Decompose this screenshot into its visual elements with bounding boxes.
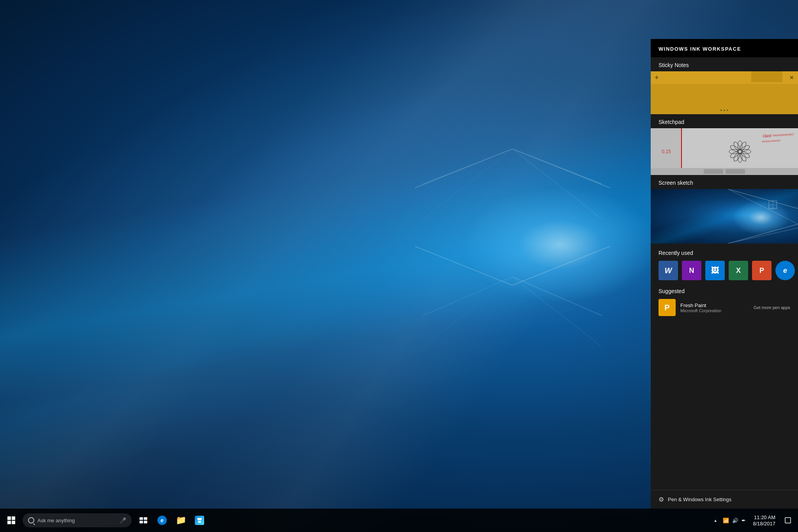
flower-drawing xyxy=(724,136,756,167)
pen-settings-label: Pen & Windows Ink Settings xyxy=(668,497,731,502)
svg-point-21 xyxy=(729,150,740,159)
clock-time: 11:20 AM xyxy=(754,514,775,520)
network-icon[interactable]: 📶 xyxy=(723,518,729,523)
screen-sketch-bg-lines xyxy=(651,189,798,244)
svg-rect-34 xyxy=(139,517,143,520)
ink-workspace-panel: WINDOWS INK WORKSPACE Sticky Notes + ✕ S… xyxy=(651,39,798,509)
pen-settings-row[interactable]: ⚙ Pen & Windows Ink Settings xyxy=(651,490,798,509)
win-logo-cell-tl xyxy=(7,516,11,520)
svg-rect-38 xyxy=(198,521,201,523)
suggested-app-company: Microsoft Corporation xyxy=(680,308,749,313)
show-hidden-icons-button[interactable]: ▲ xyxy=(711,509,720,532)
svg-line-7 xyxy=(423,149,512,219)
store-icon xyxy=(195,516,204,525)
app-word-button[interactable]: W xyxy=(659,261,678,280)
win-logo-cell-tr xyxy=(12,516,15,520)
app-edge-button[interactable]: e xyxy=(775,261,795,280)
svg-point-18 xyxy=(739,152,747,162)
sticky-close-icon: ✕ xyxy=(789,74,794,81)
app-powerpoint-button[interactable]: P xyxy=(752,261,772,280)
recently-used-title: Recently used xyxy=(659,250,790,256)
sketchpad-label: Sketchpad xyxy=(651,114,798,128)
svg-rect-37 xyxy=(144,521,147,523)
store-button[interactable] xyxy=(191,509,208,532)
suggested-app-info: Fresh Paint Microsoft Corporation xyxy=(680,302,749,313)
word-icon-letter: W xyxy=(665,266,672,275)
sticky-notes-preview[interactable]: + ✕ xyxy=(651,71,798,114)
svg-line-28 xyxy=(728,189,798,224)
search-icon xyxy=(28,517,34,523)
notification-icon xyxy=(784,517,791,524)
app-onenote-button[interactable]: N xyxy=(682,261,701,280)
svg-line-5 xyxy=(512,149,602,219)
powerpoint-icon-letter: P xyxy=(759,267,764,275)
taskbar-pinned-icons: e 📁 xyxy=(132,509,211,532)
sticky-dots xyxy=(720,110,728,111)
tray-icons-area: 📶 🔊 ✒ xyxy=(720,518,748,523)
clock-button[interactable]: 11:20 AM 8/18/2017 xyxy=(749,509,779,532)
edge-icon-letter: e xyxy=(783,267,787,275)
fresh-paint-icon: P xyxy=(659,299,676,316)
desktop-window-shape xyxy=(415,149,610,285)
app-excel-button[interactable]: X xyxy=(729,261,748,280)
volume-icon[interactable]: 🔊 xyxy=(732,518,738,523)
screen-sketch-section[interactable]: Screen sketch xyxy=(651,175,798,244)
svg-line-27 xyxy=(728,189,798,209)
file-explorer-button[interactable]: 📁 xyxy=(172,509,189,532)
svg-rect-35 xyxy=(144,517,147,520)
svg-line-11 xyxy=(423,277,512,347)
task-view-icon xyxy=(139,517,147,523)
sketchpad-btn-2 xyxy=(726,169,745,174)
sketchpad-section[interactable]: Sketchpad 0.15 xyxy=(651,114,798,175)
svg-line-10 xyxy=(423,277,512,316)
task-view-button[interactable] xyxy=(135,509,152,532)
fresh-paint-letter: P xyxy=(664,303,669,312)
taskbar-search-bar[interactable]: Ask me anything 🎤 xyxy=(23,513,132,527)
excel-icon-letter: X xyxy=(736,267,741,275)
screen-sketch-preview[interactable] xyxy=(651,189,798,244)
svg-text:Check: Check xyxy=(763,134,771,138)
sticky-notes-section[interactable]: Sticky Notes + ✕ xyxy=(651,57,798,114)
windows-logo-icon xyxy=(7,516,15,524)
start-button[interactable] xyxy=(0,509,23,532)
system-tray: ▲ 📶 🔊 ✒ 11:20 AM 8/18/2017 xyxy=(709,509,798,532)
suggested-app-name: Fresh Paint xyxy=(680,302,749,308)
notification-center-button[interactable] xyxy=(780,509,796,532)
win-logo-cell-br xyxy=(12,521,15,524)
svg-point-24 xyxy=(733,141,741,151)
photos-icon: 🖼 xyxy=(711,266,719,275)
svg-text:measurements!: measurements! xyxy=(762,139,781,143)
sketchpad-preview[interactable]: 0.15 xyxy=(651,128,798,175)
recently-used-apps: W N 🖼 X P e xyxy=(659,261,790,280)
desktop-window-shape-lower xyxy=(415,277,610,394)
sticky-notes-topbar: + ✕ xyxy=(651,71,798,84)
svg-point-23 xyxy=(729,144,740,153)
sticky-notes-label: Sticky Notes xyxy=(651,57,798,71)
suggested-title: Suggested xyxy=(659,288,790,294)
svg-line-29 xyxy=(728,224,798,244)
svg-point-15 xyxy=(740,144,750,153)
app-photos-button[interactable]: 🖼 xyxy=(705,261,725,280)
ink-panel-header: WINDOWS INK WORKSPACE xyxy=(651,39,798,57)
svg-line-8 xyxy=(512,277,602,316)
suggested-app-row[interactable]: P Fresh Paint Microsoft Corporation Get … xyxy=(659,299,790,316)
taskbar: Ask me anything 🎤 e 📁 xyxy=(0,509,798,532)
svg-line-30 xyxy=(728,228,798,244)
svg-rect-36 xyxy=(139,521,143,523)
onenote-icon-letter: N xyxy=(689,267,694,275)
microphone-icon[interactable]: 🎤 xyxy=(120,517,126,523)
chevron-up-icon: ▲ xyxy=(713,518,717,523)
svg-rect-39 xyxy=(785,518,791,523)
search-placeholder-text: Ask me anything xyxy=(37,518,75,523)
pen-tray-icon[interactable]: ✒ xyxy=(742,518,746,523)
get-more-pen-apps-link[interactable]: Get more pen apps xyxy=(754,305,790,310)
screen-sketch-label: Screen sketch xyxy=(651,175,798,189)
sketchpad-btn-1 xyxy=(704,169,723,174)
suggested-section: Suggested P Fresh Paint Microsoft Corpor… xyxy=(651,284,798,320)
gear-icon: ⚙ xyxy=(659,496,664,503)
sticky-plus-icon: + xyxy=(655,74,659,82)
edge-taskbar-button[interactable]: e xyxy=(154,509,171,532)
ink-panel-title: WINDOWS INK WORKSPACE xyxy=(659,46,790,52)
svg-line-6 xyxy=(423,149,512,184)
folder-icon: 📁 xyxy=(176,515,186,525)
